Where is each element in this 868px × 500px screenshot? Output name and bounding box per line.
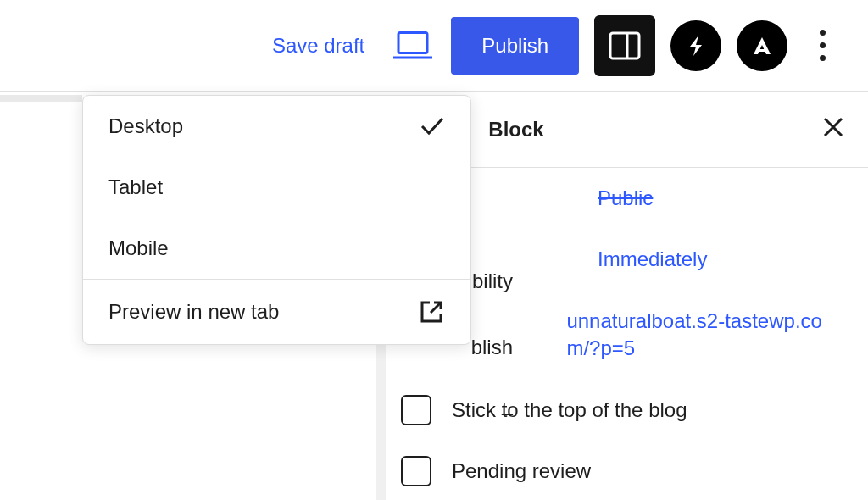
preview-dropdown: Desktop Tablet Mobile Preview in new tab	[82, 95, 471, 345]
preview-option-desktop[interactable]: Desktop	[83, 96, 470, 157]
preview-option-mobile[interactable]: Mobile	[83, 218, 470, 279]
preview-option-tablet-label: Tablet	[108, 175, 163, 199]
preview-option-mobile-label: Mobile	[108, 236, 169, 260]
svg-rect-2	[610, 33, 639, 58]
editor-top-toolbar: Save draft Publish	[0, 0, 868, 92]
tab-block[interactable]: Block	[488, 118, 560, 142]
external-link-icon	[418, 298, 445, 325]
stick-to-top-label: Stick to the top of the blog	[452, 398, 687, 422]
stick-to-top-row: Stick to the top of the blog	[386, 380, 868, 441]
publish-date-value[interactable]: Immediately	[598, 246, 707, 273]
publish-label: blish	[471, 336, 513, 359]
preview-new-tab-label: Preview in new tab	[108, 300, 279, 324]
preview-device-icon[interactable]	[390, 25, 436, 67]
plugin-a-icon[interactable]	[737, 20, 787, 71]
visibility-value[interactable]: Public	[598, 185, 653, 212]
more-options-button[interactable]	[803, 21, 843, 69]
plugin-s-icon[interactable]	[670, 20, 721, 71]
preview-option-tablet[interactable]: Tablet	[83, 157, 470, 218]
editor-canvas-edge	[0, 95, 82, 102]
sidebar-toggle-button[interactable]	[594, 15, 655, 76]
stick-to-top-checkbox[interactable]	[401, 395, 431, 425]
url-value[interactable]: unnaturalboat.s2-tastewp.com/?p=5	[566, 308, 834, 363]
svg-line-7	[431, 303, 441, 313]
svg-rect-0	[398, 32, 427, 53]
pending-review-row: Pending review	[386, 441, 868, 500]
check-icon	[420, 116, 445, 136]
publish-button[interactable]: Publish	[451, 17, 579, 75]
url-label: –	[502, 401, 513, 425]
preview-option-desktop-label: Desktop	[108, 114, 183, 138]
close-sidebar-button[interactable]	[822, 116, 844, 142]
svg-rect-4	[758, 49, 766, 52]
save-draft-button[interactable]: Save draft	[262, 27, 375, 64]
pending-review-label: Pending review	[452, 459, 591, 483]
preview-new-tab[interactable]: Preview in new tab	[83, 280, 470, 344]
pending-review-checkbox[interactable]	[401, 456, 431, 486]
visibility-label: bility	[472, 269, 513, 293]
